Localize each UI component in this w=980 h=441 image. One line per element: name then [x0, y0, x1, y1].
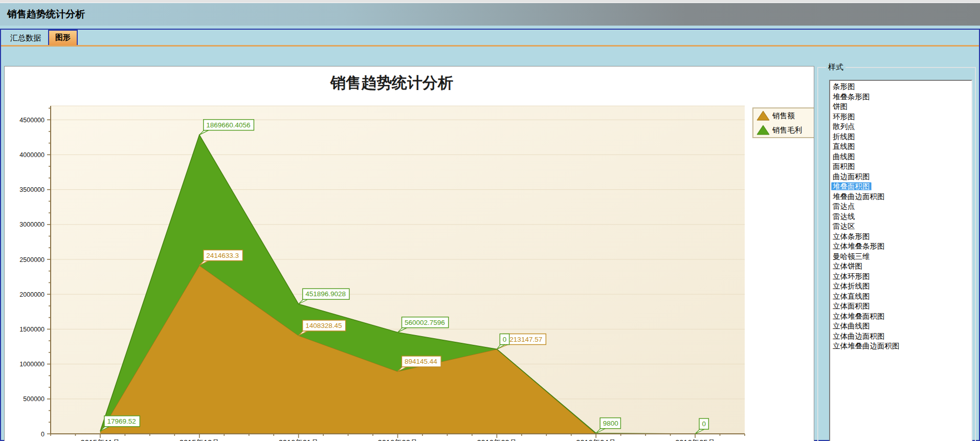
svg-text:500000: 500000 — [23, 395, 44, 403]
svg-text:2500000: 2500000 — [19, 256, 44, 263]
tab-graph[interactable]: 图形 — [48, 30, 78, 45]
style-option[interactable]: 环形图 — [831, 112, 971, 122]
style-option[interactable]: 散列点 — [831, 122, 971, 132]
x-axis-labels: 2015年11月2015年12月2016年01月2016年02月2016年03月… — [81, 438, 715, 441]
style-option[interactable]: 堆叠面积图 — [831, 182, 971, 192]
style-option[interactable]: 饼图 — [831, 102, 971, 112]
style-groupbox-label: 样式 — [826, 62, 845, 72]
style-option[interactable]: 堆叠曲边面积图 — [831, 192, 971, 202]
chart-panel: 0500000100000015000002000000250000030000… — [4, 66, 814, 441]
svg-text:0: 0 — [702, 420, 706, 428]
legend-label: 销售毛利 — [772, 126, 802, 134]
style-option[interactable]: 曼哈顿三维 — [831, 252, 971, 262]
style-option[interactable]: 立体堆叠曲边面积图 — [831, 341, 971, 351]
style-option[interactable]: 折线图 — [831, 132, 971, 142]
style-groupbox: 样式 条形图堆叠条形图饼图环形图散列点折线图直线图曲线图面积图曲边面积图堆叠面积… — [817, 67, 976, 441]
style-option[interactable]: 立体曲线图 — [831, 321, 971, 332]
svg-text:4000000: 4000000 — [19, 151, 44, 159]
style-option[interactable]: 面积图 — [831, 162, 971, 172]
y-axis — [47, 106, 51, 434]
tab-page-graph: 0500000100000015000002000000250000030000… — [1, 47, 979, 440]
svg-text:1408328.45: 1408328.45 — [305, 322, 342, 329]
svg-text:2000000: 2000000 — [19, 291, 44, 298]
style-option[interactable]: 条形图 — [831, 82, 971, 92]
window-title-bar: 销售趋势统计分析 — [0, 3, 980, 26]
svg-text:2015年12月: 2015年12月 — [180, 438, 219, 441]
svg-text:560002.7596: 560002.7596 — [405, 319, 445, 326]
x-axis — [50, 434, 745, 438]
style-option[interactable]: 立体堆叠条形图 — [831, 241, 971, 252]
style-option[interactable]: 立体条形图 — [831, 232, 971, 242]
svg-text:0: 0 — [41, 431, 44, 438]
style-option[interactable]: 曲边面积图 — [831, 172, 971, 182]
svg-text:2016年04月: 2016年04月 — [576, 438, 616, 441]
style-option[interactable]: 曲线图 — [831, 152, 971, 162]
style-listbox[interactable]: 条形图堆叠条形图饼图环形图散列点折线图直线图曲线图面积图曲边面积图堆叠面积图堆叠… — [829, 80, 972, 441]
chart-legend: 销售额 销售毛利 — [753, 108, 814, 138]
svg-text:0: 0 — [503, 336, 507, 343]
svg-text:4500000: 4500000 — [19, 117, 44, 124]
style-option[interactable]: 雷达点 — [831, 202, 971, 212]
svg-text:9800: 9800 — [603, 420, 618, 427]
sales-trend-chart: 0500000100000015000002000000250000030000… — [5, 67, 814, 441]
svg-text:1500000: 1500000 — [19, 326, 44, 333]
svg-text:2015年11月: 2015年11月 — [81, 438, 120, 441]
style-option[interactable]: 立体面积图 — [831, 301, 971, 312]
chart-title: 销售趋势统计分析 — [329, 74, 453, 92]
svg-text:2016年05月: 2016年05月 — [675, 438, 715, 441]
style-option[interactable]: 立体折线图 — [831, 281, 971, 292]
tab-strip: 汇总数据 图形 — [1, 30, 979, 45]
style-option[interactable]: 立体堆叠面积图 — [831, 312, 971, 322]
style-option[interactable]: 雷达区 — [831, 222, 971, 232]
style-option[interactable]: 直线图 — [831, 142, 971, 152]
style-option[interactable]: 立体曲边面积图 — [831, 332, 971, 342]
svg-text:1000000: 1000000 — [19, 361, 44, 368]
svg-text:2016年03月: 2016年03月 — [477, 438, 517, 441]
style-option[interactable]: 立体饼图 — [831, 261, 971, 272]
svg-text:894145.44: 894145.44 — [405, 358, 437, 365]
tab-summary-data[interactable]: 汇总数据 — [5, 31, 46, 45]
svg-text:1869660.4056: 1869660.4056 — [206, 121, 250, 129]
style-option[interactable]: 立体环形图 — [831, 272, 971, 282]
svg-text:2414633.3: 2414633.3 — [206, 252, 239, 259]
svg-text:2016年02月: 2016年02月 — [378, 438, 418, 441]
legend-label: 销售额 — [772, 112, 795, 120]
tab-control-frame: 汇总数据 图形 05000001000000150000020000002500… — [0, 29, 980, 441]
window-title: 销售趋势统计分析 — [7, 8, 85, 21]
svg-text:3500000: 3500000 — [19, 186, 44, 193]
svg-text:17969.52: 17969.52 — [107, 417, 136, 425]
style-option[interactable]: 堆叠条形图 — [831, 92, 971, 102]
svg-text:1213147.57: 1213147.57 — [506, 336, 542, 343]
svg-text:451896.9028: 451896.9028 — [305, 290, 346, 298]
y-axis-labels: 0500000100000015000002000000250000030000… — [19, 117, 44, 438]
svg-text:3000000: 3000000 — [19, 221, 44, 228]
style-option[interactable]: 雷达线 — [831, 212, 971, 222]
style-option[interactable]: 立体直线图 — [831, 292, 971, 302]
svg-text:2016年01月: 2016年01月 — [279, 438, 319, 441]
